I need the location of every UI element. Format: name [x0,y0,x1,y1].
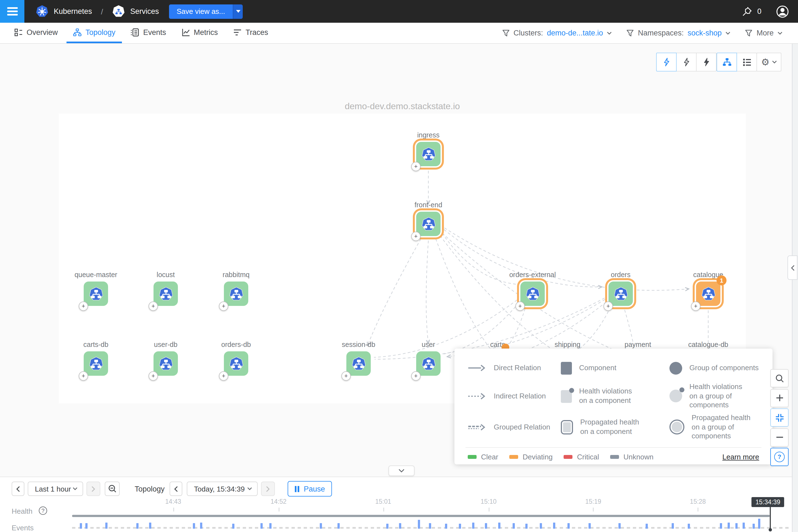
event-bar[interactable] [320,523,322,529]
event-bar[interactable] [688,524,690,529]
date-next-button[interactable] [261,481,275,496]
topology-node-front-end[interactable]: + [416,212,440,236]
expand-node-button[interactable]: + [691,302,701,311]
expand-node-button[interactable]: + [515,302,525,311]
tab-traces[interactable]: Traces [227,23,275,43]
event-bar[interactable] [758,519,760,529]
event-bar[interactable] [553,522,555,529]
event-bar[interactable] [753,524,755,529]
event-bar[interactable] [338,523,340,529]
user-avatar[interactable] [776,5,789,18]
breadcrumb-services[interactable]: Services [130,7,159,16]
event-bar[interactable] [418,520,420,529]
menu-button[interactable] [0,0,24,23]
event-bar[interactable] [619,523,621,529]
range-previous-button[interactable] [12,481,24,496]
event-bar[interactable] [386,524,388,529]
namespaces-filter[interactable]: Namespaces: sock-shop [626,29,730,37]
root-cause-full-button[interactable] [696,53,717,72]
breadcrumb-kubernetes[interactable]: Kubernetes [54,7,92,16]
save-view-dropdown-caret[interactable] [233,4,243,19]
health-help-icon[interactable]: ? [39,507,47,515]
event-bar[interactable] [399,523,401,529]
event-bar[interactable] [149,522,151,529]
health-status-bar[interactable] [72,515,770,517]
event-bar[interactable] [429,523,431,529]
event-bar[interactable] [498,522,500,529]
clusters-filter[interactable]: Clusters: demo-de...tate.io [502,29,612,37]
timeline-zoom-out-button[interactable] [105,481,120,496]
pause-button[interactable]: Pause [288,481,332,496]
expand-right-panel-handle[interactable] [787,255,797,280]
event-bar[interactable] [568,523,570,529]
event-bar[interactable] [720,523,722,529]
collapse-timeline-button[interactable] [388,466,415,476]
expand-node-button[interactable]: + [79,371,88,381]
time-range-select[interactable]: Last 1 hour [28,481,83,496]
help-button[interactable]: ? [770,448,788,466]
event-bar[interactable] [105,522,107,529]
topology-node-user-db[interactable]: + [153,352,178,376]
list-view-button[interactable] [737,53,757,72]
topology-node-orders[interactable]: + [608,282,633,306]
expand-node-button[interactable]: + [149,371,158,381]
event-bar[interactable] [525,524,527,529]
event-bar[interactable] [727,522,729,529]
expand-node-button[interactable]: + [341,371,351,381]
learn-more-link[interactable]: Learn more [722,453,759,461]
event-bar[interactable] [735,523,737,529]
expand-node-button[interactable]: + [604,302,613,311]
event-bar[interactable] [445,524,447,529]
topology-node-queue-master[interactable]: + [84,282,108,306]
zoom-in-button[interactable] [770,389,788,407]
topology-node-orders-external[interactable]: + [520,282,545,306]
event-bar[interactable] [459,524,461,529]
root-cause-show-button[interactable] [656,53,677,72]
time-cursor-dot[interactable] [768,528,772,531]
event-bar[interactable] [261,523,263,529]
graph-view-button[interactable] [717,53,737,72]
pin-icon[interactable] [742,6,753,17]
event-bar[interactable] [540,523,542,529]
event-bar[interactable] [137,523,139,529]
topology-node-carts-db[interactable]: + [84,352,108,376]
event-bar[interactable] [193,523,195,529]
event-bar[interactable] [472,522,474,529]
root-cause-only-button[interactable] [676,53,697,72]
event-bar[interactable] [200,522,202,529]
expand-node-button[interactable]: + [411,371,421,381]
event-bar[interactable] [80,523,82,529]
topology-node-orders-db[interactable]: + [224,352,248,376]
clusters-filter-value[interactable]: demo-de...tate.io [547,29,603,37]
event-bar[interactable] [232,524,234,529]
event-bar[interactable] [646,524,648,529]
event-bar[interactable] [589,523,591,529]
zoom-out-button[interactable] [770,428,788,446]
tab-events[interactable]: Events [125,23,173,43]
event-bar[interactable] [86,523,88,529]
tab-metrics[interactable]: Metrics [175,23,225,43]
event-bar[interactable] [484,523,487,529]
event-bar[interactable] [743,522,745,529]
event-bar[interactable] [513,523,515,529]
topology-node-session-db[interactable]: + [346,352,371,376]
tab-topology[interactable]: Topology [67,23,122,43]
save-view-as-button[interactable]: Save view as... [169,4,243,19]
namespaces-filter-value[interactable]: sock-shop [687,29,722,37]
range-next-button[interactable] [87,481,100,496]
expand-node-button[interactable]: + [79,302,88,311]
tab-overview[interactable]: Overview [8,23,64,43]
settings-button[interactable]: ⚙ [757,53,781,72]
expand-node-button[interactable]: + [219,302,228,311]
topology-node-catalogue[interactable]: +1 [696,282,720,306]
fit-to-screen-button[interactable] [770,408,788,427]
search-button[interactable] [770,369,788,387]
expand-node-button[interactable]: + [411,162,421,171]
topology-node-rabbitmq[interactable]: + [224,282,248,306]
event-bar[interactable] [269,523,271,529]
topology-node-ingress[interactable]: + [416,142,440,166]
expand-node-button[interactable]: + [219,371,228,381]
more-filters[interactable]: More [745,29,782,37]
expand-node-button[interactable]: + [149,302,158,311]
topology-node-user[interactable]: + [416,352,440,376]
